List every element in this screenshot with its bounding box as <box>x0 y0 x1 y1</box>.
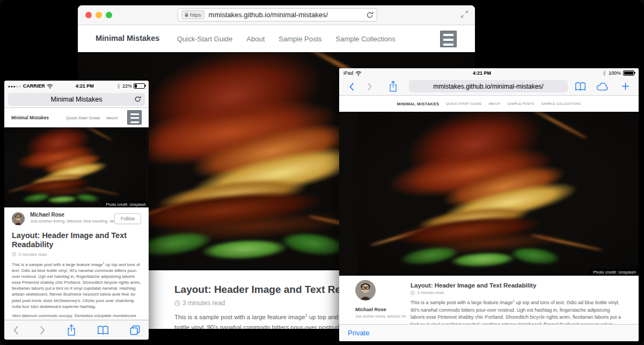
body-text: This is a sample post with a large featu… <box>174 314 305 320</box>
carrier-label: CARRIER <box>23 83 45 89</box>
share-icon[interactable] <box>389 81 398 92</box>
feature-image: Photo credit: Unsplash <box>339 112 639 276</box>
window-controls <box>85 12 112 18</box>
status-time: 4:21 PM <box>364 70 600 76</box>
clock-icon <box>411 291 415 295</box>
post-meta: 3 minutes read <box>12 252 141 257</box>
read-time: 3 minutes read <box>182 299 225 307</box>
close-window-button[interactable] <box>85 12 92 18</box>
https-label: https <box>190 12 201 18</box>
bluetooth-icon <box>116 83 121 89</box>
read-time: 3 minutes read <box>18 252 47 257</box>
site-title-link[interactable]: Minimal Mistakes <box>96 34 159 42</box>
nav-link-quick-start-guide[interactable]: Quick-Start Guide <box>66 116 100 120</box>
address-bar[interactable]: https mmistakes.github.io/minimal-mistak… <box>178 8 377 21</box>
url-text: mmistakes.github.io/minimal-mistakes/ <box>433 83 543 90</box>
private-label[interactable]: Private <box>348 329 369 337</box>
forward-button[interactable] <box>40 325 46 335</box>
follow-button[interactable]: Follow <box>114 213 141 224</box>
nav-link-quick-start-guide[interactable]: Quick-Start Guide <box>177 35 232 43</box>
forward-button[interactable] <box>367 82 372 91</box>
nav-link-sample-posts[interactable]: SAMPLE POSTS <box>507 102 534 105</box>
bookmarks-icon[interactable] <box>575 82 586 91</box>
minimize-window-button[interactable] <box>96 12 102 18</box>
site-nav: Quick-Start Guide About Sample Posts Sam… <box>177 35 396 43</box>
signal-strength-icon: ●●●○○ <box>8 84 21 88</box>
url-text: mmistakes.github.io/minimal-mistakes/ <box>209 11 328 19</box>
photo-credit: Photo credit: Unsplash <box>590 269 639 276</box>
back-button[interactable] <box>349 82 354 91</box>
responsive-showcase-composite: https mmistakes.github.io/minimal-mistak… <box>0 0 644 345</box>
nav-link-quick-start-guide[interactable]: QUICK-START GUIDE <box>446 102 481 105</box>
author-name: Michael Rose <box>355 307 406 312</box>
reload-icon[interactable] <box>134 96 141 103</box>
safari-url-bar: Minimal Mistakes <box>4 91 149 108</box>
post-content: Michael Rose Just another boring, tattoo… <box>4 207 149 321</box>
author-profile: Michael Rose Just another boring, tattoo… <box>355 280 406 318</box>
private-browsing-bar: Private <box>339 324 639 341</box>
author-profile: Michael Rose Just another boring, tattoo… <box>12 212 141 226</box>
site-masthead: MINIMAL MISTAKES QUICK-START GUIDE ABOUT… <box>339 96 639 112</box>
body-text: This is a sample post with a large featu… <box>12 262 103 267</box>
bookmarks-icon[interactable] <box>97 325 109 335</box>
body-text: This is a sample post with a large featu… <box>411 300 513 305</box>
read-time: 3 minutes read <box>417 290 444 295</box>
site-masthead: Minimal Mistakes Quick-Start Guide About… <box>78 25 475 53</box>
nav-link-about[interactable]: About <box>246 35 265 43</box>
post-body: This is a sample post with a large featu… <box>12 261 141 310</box>
leaves-photo <box>4 127 149 207</box>
zoom-window-button[interactable] <box>106 12 112 18</box>
post-body-paragraph-2: Vero laborum commodo occupy. Semiotics v… <box>12 313 141 319</box>
nav-link-about[interactable]: About <box>106 116 118 120</box>
wifi-icon <box>355 71 362 76</box>
safari-bottom-toolbar <box>4 320 149 340</box>
status-time: 4:21 PM <box>55 83 115 89</box>
safari-toolbar: mmistakes.github.io/minimal-mistakes/ <box>339 78 639 96</box>
wifi-icon <box>47 84 53 89</box>
share-icon[interactable] <box>67 324 76 336</box>
https-badge: https <box>181 10 204 19</box>
iphone-status-bar: ●●●○○ CARRIER 4:21 PM 22% <box>4 81 149 91</box>
device-label: iPad <box>343 70 353 76</box>
site-title-link[interactable]: Minimal Mistakes <box>11 115 49 120</box>
battery-icon <box>134 83 145 89</box>
post-title: Layout: Header Image and Text Readabilit… <box>411 282 621 289</box>
battery-percent: 22% <box>122 83 132 89</box>
author-avatar <box>355 280 376 300</box>
tabs-icon[interactable] <box>130 325 140 335</box>
battery-percent: 100% <box>609 70 621 76</box>
address-field[interactable]: mmistakes.github.io/minimal-mistakes/ <box>409 80 568 92</box>
clock-icon <box>174 300 180 306</box>
nav-link-about[interactable]: ABOUT <box>488 102 500 105</box>
bluetooth-icon <box>602 70 606 76</box>
clock-icon <box>12 252 16 256</box>
feature-image: Photo credit: Unsplash <box>4 127 149 207</box>
photo-credit: Photo credit: Unsplash <box>103 202 149 207</box>
reload-icon[interactable] <box>366 11 374 19</box>
page-title: Minimal Mistakes <box>51 96 103 103</box>
author-bio: Just another boring, tattooed, time trav… <box>355 314 406 318</box>
fullscreen-expand-icon[interactable] <box>460 10 469 18</box>
lock-icon <box>185 12 188 17</box>
nav-link-sample-posts[interactable]: Sample Posts <box>279 35 321 43</box>
leaves-photo <box>339 112 639 276</box>
ipad-status-bar: iPad 4:21 PM 100% <box>339 68 639 78</box>
new-tab-icon[interactable] <box>621 82 630 91</box>
body-text-continued: up top and tons of text. Odio ad blue bo… <box>12 262 141 308</box>
nav-link-sample-collections[interactable]: SAMPLE COLLECTIONS <box>541 102 581 105</box>
post-meta: 3 minutes read <box>411 290 621 295</box>
back-button[interactable] <box>13 325 19 335</box>
menu-toggle-button[interactable] <box>127 110 142 125</box>
post-column: Layout: Header Image and Text Readabilit… <box>411 282 621 324</box>
site-title-link[interactable]: MINIMAL MISTAKES <box>397 102 440 106</box>
iphone-device: ●●●○○ CARRIER 4:21 PM 22% Minimal Mistak… <box>4 81 149 340</box>
nav-link-sample-collections[interactable]: Sample Collections <box>336 35 396 43</box>
battery-icon <box>623 70 634 76</box>
author-avatar <box>12 212 25 225</box>
icloud-tabs-icon[interactable] <box>596 83 609 91</box>
menu-toggle-button[interactable] <box>440 31 457 47</box>
ipad-device: iPad 4:21 PM 100% mmistakes.github.io/mi… <box>339 68 639 341</box>
site-masthead: Minimal Mistakes Quick-Start Guide About <box>4 108 149 127</box>
post-title: Layout: Header Image and Text Readabilit… <box>12 231 138 250</box>
address-field[interactable]: Minimal Mistakes <box>8 93 145 106</box>
